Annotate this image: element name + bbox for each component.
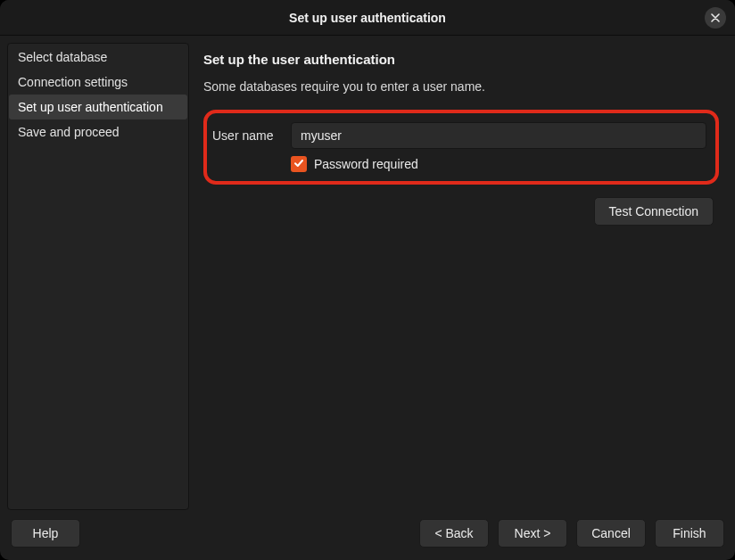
sidebar-item-select-database[interactable]: Select database bbox=[9, 45, 187, 70]
sidebar-item-user-authentication[interactable]: Set up user authentication bbox=[9, 95, 187, 119]
check-icon bbox=[293, 156, 304, 172]
sidebar-item-label: Set up user authentication bbox=[18, 100, 163, 114]
test-connection-button[interactable]: Test Connection bbox=[594, 197, 714, 226]
highlighted-auth-section: User name Password required bbox=[203, 110, 719, 185]
password-required-checkbox[interactable] bbox=[291, 156, 307, 172]
username-row: User name bbox=[212, 122, 706, 149]
sidebar-item-connection-settings[interactable]: Connection settings bbox=[9, 70, 187, 95]
wizard-steps-sidebar: Select database Connection settings Set … bbox=[7, 43, 189, 510]
close-button[interactable] bbox=[705, 7, 726, 29]
button-label: Next > bbox=[515, 526, 551, 540]
wizard-window: Set up user authentication Select databa… bbox=[0, 0, 735, 560]
dialog-body: Select database Connection settings Set … bbox=[0, 36, 735, 510]
username-input[interactable] bbox=[291, 122, 706, 149]
cancel-button[interactable]: Cancel bbox=[576, 519, 646, 548]
button-label: Help bbox=[33, 526, 59, 540]
password-required-label: Password required bbox=[314, 157, 418, 171]
page-title: Set up the user authentication bbox=[203, 52, 721, 67]
close-icon bbox=[711, 10, 720, 26]
sidebar-item-label: Connection settings bbox=[18, 75, 128, 89]
finish-button[interactable]: Finish bbox=[655, 519, 724, 548]
help-button[interactable]: Help bbox=[11, 519, 80, 548]
titlebar: Set up user authentication bbox=[0, 0, 735, 36]
sidebar-item-label: Save and proceed bbox=[18, 125, 120, 139]
back-button[interactable]: < Back bbox=[419, 519, 489, 548]
username-label: User name bbox=[212, 128, 282, 143]
button-label: Test Connection bbox=[609, 204, 698, 218]
main-panel: Set up the user authentication Some data… bbox=[189, 43, 728, 510]
button-label: Finish bbox=[673, 526, 706, 540]
test-connection-row: Test Connection bbox=[203, 197, 714, 226]
sidebar-item-label: Select database bbox=[18, 50, 107, 64]
window-title: Set up user authentication bbox=[289, 11, 446, 25]
button-label: < Back bbox=[434, 526, 473, 540]
next-button[interactable]: Next > bbox=[498, 519, 567, 548]
page-description: Some databases require you to enter a us… bbox=[203, 79, 721, 94]
dialog-footer: Help < Back Next > Cancel Finish bbox=[0, 510, 735, 560]
sidebar-item-save-and-proceed[interactable]: Save and proceed bbox=[9, 119, 187, 144]
password-required-row: Password required bbox=[212, 156, 706, 172]
button-label: Cancel bbox=[591, 526, 631, 540]
